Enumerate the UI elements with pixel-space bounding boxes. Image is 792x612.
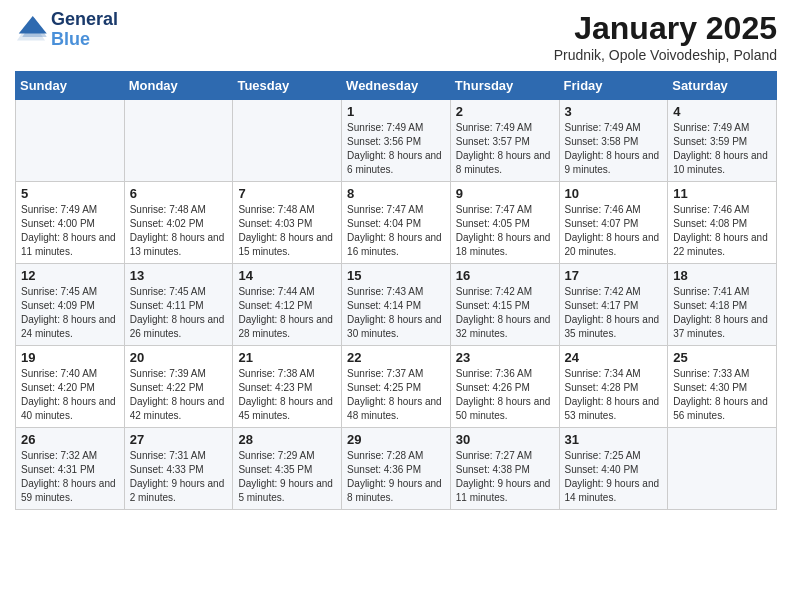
day-info: Sunrise: 7:27 AM Sunset: 4:38 PM Dayligh… [456,449,554,505]
day-number: 27 [130,432,228,447]
day-number: 29 [347,432,445,447]
weekday-header-wednesday: Wednesday [342,72,451,100]
day-info: Sunrise: 7:39 AM Sunset: 4:22 PM Dayligh… [130,367,228,423]
day-info: Sunrise: 7:36 AM Sunset: 4:26 PM Dayligh… [456,367,554,423]
day-info: Sunrise: 7:41 AM Sunset: 4:18 PM Dayligh… [673,285,771,341]
day-number: 26 [21,432,119,447]
weekday-header-tuesday: Tuesday [233,72,342,100]
empty-day-cell [124,100,233,182]
day-info: Sunrise: 7:29 AM Sunset: 4:35 PM Dayligh… [238,449,336,505]
day-number: 11 [673,186,771,201]
day-info: Sunrise: 7:47 AM Sunset: 4:05 PM Dayligh… [456,203,554,259]
day-info: Sunrise: 7:42 AM Sunset: 4:15 PM Dayligh… [456,285,554,341]
weekday-header-monday: Monday [124,72,233,100]
calendar-day-cell: 27Sunrise: 7:31 AM Sunset: 4:33 PM Dayli… [124,428,233,510]
calendar-day-cell: 16Sunrise: 7:42 AM Sunset: 4:15 PM Dayli… [450,264,559,346]
day-number: 23 [456,350,554,365]
location-subtitle: Prudnik, Opole Voivodeship, Poland [554,47,777,63]
day-info: Sunrise: 7:28 AM Sunset: 4:36 PM Dayligh… [347,449,445,505]
day-info: Sunrise: 7:46 AM Sunset: 4:07 PM Dayligh… [565,203,663,259]
weekday-header-thursday: Thursday [450,72,559,100]
day-number: 7 [238,186,336,201]
month-title: January 2025 [554,10,777,47]
day-info: Sunrise: 7:45 AM Sunset: 4:11 PM Dayligh… [130,285,228,341]
calendar-day-cell: 5Sunrise: 7:49 AM Sunset: 4:00 PM Daylig… [16,182,125,264]
day-info: Sunrise: 7:45 AM Sunset: 4:09 PM Dayligh… [21,285,119,341]
calendar-day-cell: 21Sunrise: 7:38 AM Sunset: 4:23 PM Dayli… [233,346,342,428]
calendar-week-row: 26Sunrise: 7:32 AM Sunset: 4:31 PM Dayli… [16,428,777,510]
calendar-day-cell: 14Sunrise: 7:44 AM Sunset: 4:12 PM Dayli… [233,264,342,346]
empty-day-cell [668,428,777,510]
day-number: 5 [21,186,119,201]
calendar-day-cell: 26Sunrise: 7:32 AM Sunset: 4:31 PM Dayli… [16,428,125,510]
day-info: Sunrise: 7:42 AM Sunset: 4:17 PM Dayligh… [565,285,663,341]
day-info: Sunrise: 7:49 AM Sunset: 3:56 PM Dayligh… [347,121,445,177]
day-number: 1 [347,104,445,119]
day-info: Sunrise: 7:40 AM Sunset: 4:20 PM Dayligh… [21,367,119,423]
empty-day-cell [16,100,125,182]
day-number: 24 [565,350,663,365]
day-number: 17 [565,268,663,283]
day-number: 14 [238,268,336,283]
day-info: Sunrise: 7:48 AM Sunset: 4:02 PM Dayligh… [130,203,228,259]
logo-icon [15,16,47,44]
day-number: 20 [130,350,228,365]
day-number: 9 [456,186,554,201]
calendar-day-cell: 1Sunrise: 7:49 AM Sunset: 3:56 PM Daylig… [342,100,451,182]
day-number: 30 [456,432,554,447]
day-info: Sunrise: 7:48 AM Sunset: 4:03 PM Dayligh… [238,203,336,259]
day-number: 3 [565,104,663,119]
weekday-header-saturday: Saturday [668,72,777,100]
calendar-day-cell: 31Sunrise: 7:25 AM Sunset: 4:40 PM Dayli… [559,428,668,510]
day-info: Sunrise: 7:37 AM Sunset: 4:25 PM Dayligh… [347,367,445,423]
day-number: 28 [238,432,336,447]
logo-text: General Blue [51,10,118,50]
day-info: Sunrise: 7:32 AM Sunset: 4:31 PM Dayligh… [21,449,119,505]
day-number: 10 [565,186,663,201]
weekday-header-sunday: Sunday [16,72,125,100]
day-number: 21 [238,350,336,365]
calendar-week-row: 5Sunrise: 7:49 AM Sunset: 4:00 PM Daylig… [16,182,777,264]
calendar-day-cell: 9Sunrise: 7:47 AM Sunset: 4:05 PM Daylig… [450,182,559,264]
day-number: 4 [673,104,771,119]
day-info: Sunrise: 7:49 AM Sunset: 4:00 PM Dayligh… [21,203,119,259]
calendar-table: SundayMondayTuesdayWednesdayThursdayFrid… [15,71,777,510]
day-number: 13 [130,268,228,283]
day-number: 15 [347,268,445,283]
day-info: Sunrise: 7:38 AM Sunset: 4:23 PM Dayligh… [238,367,336,423]
day-number: 19 [21,350,119,365]
calendar-day-cell: 29Sunrise: 7:28 AM Sunset: 4:36 PM Dayli… [342,428,451,510]
calendar-week-row: 12Sunrise: 7:45 AM Sunset: 4:09 PM Dayli… [16,264,777,346]
calendar-day-cell: 11Sunrise: 7:46 AM Sunset: 4:08 PM Dayli… [668,182,777,264]
day-number: 25 [673,350,771,365]
calendar-day-cell: 3Sunrise: 7:49 AM Sunset: 3:58 PM Daylig… [559,100,668,182]
calendar-day-cell: 17Sunrise: 7:42 AM Sunset: 4:17 PM Dayli… [559,264,668,346]
calendar-day-cell: 23Sunrise: 7:36 AM Sunset: 4:26 PM Dayli… [450,346,559,428]
day-info: Sunrise: 7:31 AM Sunset: 4:33 PM Dayligh… [130,449,228,505]
day-info: Sunrise: 7:34 AM Sunset: 4:28 PM Dayligh… [565,367,663,423]
calendar-day-cell: 13Sunrise: 7:45 AM Sunset: 4:11 PM Dayli… [124,264,233,346]
day-number: 22 [347,350,445,365]
calendar-day-cell: 24Sunrise: 7:34 AM Sunset: 4:28 PM Dayli… [559,346,668,428]
title-block: January 2025 Prudnik, Opole Voivodeship,… [554,10,777,63]
calendar-day-cell: 25Sunrise: 7:33 AM Sunset: 4:30 PM Dayli… [668,346,777,428]
day-info: Sunrise: 7:46 AM Sunset: 4:08 PM Dayligh… [673,203,771,259]
calendar-day-cell: 2Sunrise: 7:49 AM Sunset: 3:57 PM Daylig… [450,100,559,182]
day-info: Sunrise: 7:25 AM Sunset: 4:40 PM Dayligh… [565,449,663,505]
day-info: Sunrise: 7:44 AM Sunset: 4:12 PM Dayligh… [238,285,336,341]
day-number: 6 [130,186,228,201]
day-info: Sunrise: 7:43 AM Sunset: 4:14 PM Dayligh… [347,285,445,341]
logo: General Blue [15,10,118,50]
calendar-week-row: 19Sunrise: 7:40 AM Sunset: 4:20 PM Dayli… [16,346,777,428]
day-info: Sunrise: 7:33 AM Sunset: 4:30 PM Dayligh… [673,367,771,423]
calendar-day-cell: 20Sunrise: 7:39 AM Sunset: 4:22 PM Dayli… [124,346,233,428]
day-info: Sunrise: 7:49 AM Sunset: 3:58 PM Dayligh… [565,121,663,177]
day-info: Sunrise: 7:49 AM Sunset: 3:59 PM Dayligh… [673,121,771,177]
calendar-day-cell: 10Sunrise: 7:46 AM Sunset: 4:07 PM Dayli… [559,182,668,264]
day-number: 31 [565,432,663,447]
calendar-day-cell: 28Sunrise: 7:29 AM Sunset: 4:35 PM Dayli… [233,428,342,510]
calendar-day-cell: 7Sunrise: 7:48 AM Sunset: 4:03 PM Daylig… [233,182,342,264]
calendar-day-cell: 12Sunrise: 7:45 AM Sunset: 4:09 PM Dayli… [16,264,125,346]
calendar-day-cell: 4Sunrise: 7:49 AM Sunset: 3:59 PM Daylig… [668,100,777,182]
empty-day-cell [233,100,342,182]
